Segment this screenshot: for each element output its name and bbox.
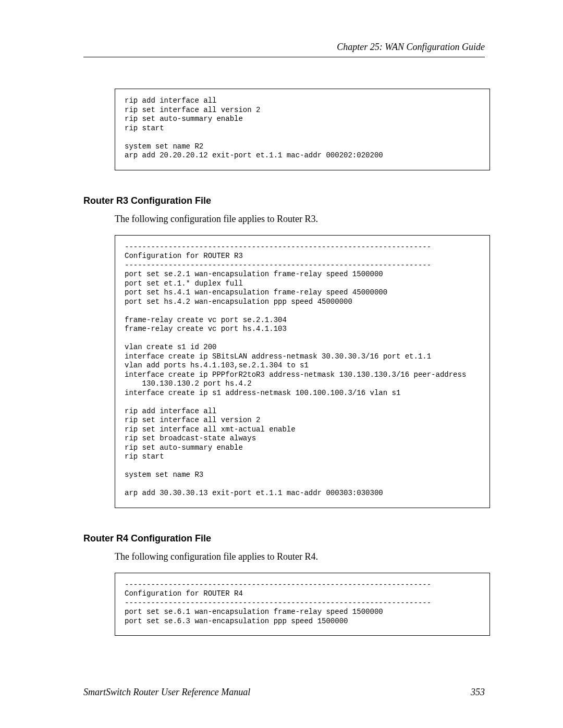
footer-page-number: 353 — [471, 687, 485, 698]
code-block-r2-continuation: rip add interface all rip set interface … — [115, 89, 490, 170]
header-rule — [83, 57, 485, 57]
code-block-r3: ----------------------------------------… — [115, 235, 490, 508]
intro-text-r3: The following configuration file applies… — [115, 214, 485, 225]
intro-text-r4: The following configuration file applies… — [115, 551, 485, 562]
footer-manual-title: SmartSwitch Router User Reference Manual — [83, 687, 250, 698]
section-heading-r4: Router R4 Configuration File — [83, 533, 485, 544]
section-heading-r3: Router R3 Configuration File — [83, 195, 485, 206]
running-header: Chapter 25: WAN Configuration Guide — [83, 42, 485, 53]
code-block-r4: ----------------------------------------… — [115, 573, 490, 636]
page: Chapter 25: WAN Configuration Guide rip … — [0, 0, 563, 728]
footer: SmartSwitch Router User Reference Manual… — [83, 687, 485, 698]
